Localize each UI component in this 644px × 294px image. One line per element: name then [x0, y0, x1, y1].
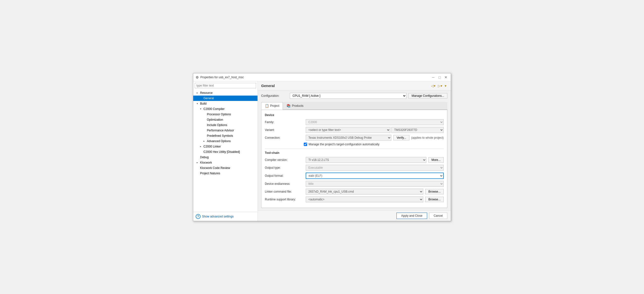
panel-box: Device Family: C2000 Variant: <sele — [261, 110, 447, 208]
sidebar-item-label: Predefined Symbols — [207, 134, 233, 137]
minimize-button[interactable]: ─ — [431, 75, 436, 80]
tree: Resource General Build — [193, 90, 258, 212]
sidebar-item-klocwork[interactable]: Klocwork — [193, 160, 258, 165]
more-button[interactable]: More... — [428, 157, 444, 163]
page-title: General — [261, 84, 275, 88]
main-content: Configuration: CPU1_RAM [ Active ] Manag… — [258, 90, 451, 210]
configuration-select[interactable]: CPU1_RAM [ Active ] — [290, 93, 406, 99]
products-tab-icon: 📚 — [286, 104, 290, 108]
tab-bar: 📋 Project 📚 Products — [261, 102, 447, 110]
sidebar-item-label: Debug — [200, 156, 208, 159]
runtime-lib-row: Runtime support library: <automatic> Bro… — [265, 197, 444, 202]
sidebar-item-processor-options[interactable]: Processor Options — [193, 112, 258, 117]
main-header: General ◁▾ ▷▾ ▾ — [258, 81, 451, 90]
sidebar-item-advanced-options[interactable]: Advanced Options — [193, 138, 258, 144]
linker-cmd-row: Linker command file: 2837xD_RAM_lnk_cpu1… — [265, 189, 444, 195]
verify-button[interactable]: Verify... — [393, 135, 409, 140]
main-window: ⚙ Properties for usb_ex7_host_msc ─ □ ✕ … — [193, 73, 451, 221]
output-format-row: Output format: eabi (ELF) — [265, 173, 444, 179]
title-bar: ⚙ Properties for usb_ex7_host_msc ─ □ ✕ — [193, 73, 451, 81]
variant-value-select[interactable]: TMS320F28377D — [391, 127, 444, 133]
output-type-select[interactable]: Executable — [306, 165, 444, 171]
connection-select[interactable]: Texas Instruments XDS100v2 USB Debug Pro… — [306, 135, 391, 141]
sidebar-item-project-natures[interactable]: Project Natures — [193, 171, 258, 176]
title-bar-left: ⚙ Properties for usb_ex7_host_msc — [196, 75, 244, 79]
sidebar-item-label: C2000 Hex Utility [Disabled] — [204, 150, 240, 154]
manage-configurations-button[interactable]: Manage Configurations... — [408, 93, 447, 98]
arrow-c2000-linker — [200, 145, 204, 148]
back-button[interactable]: ◁▾ — [430, 83, 436, 88]
sidebar-item-optimization[interactable]: Optimization — [193, 117, 258, 122]
output-type-row: Output type: Executable — [265, 165, 444, 171]
bottom-bar: Apply and Close Cancel — [258, 210, 451, 221]
variant-filter-select[interactable]: <select or type filter text> — [306, 127, 390, 133]
title-bar-controls: ─ □ ✕ — [431, 75, 448, 80]
sidebar-item-label: Build — [200, 102, 207, 105]
maximize-button[interactable]: □ — [437, 75, 442, 80]
arrow-c2000-compiler — [200, 107, 204, 110]
filter-input[interactable] — [195, 83, 256, 88]
sidebar-item-klocwork-code-review[interactable]: Klocwork Code Review — [193, 165, 258, 171]
compiler-version-select[interactable]: TI v18.12.2.LTS — [306, 157, 426, 163]
menu-button[interactable]: ▾ — [444, 83, 447, 88]
window-icon: ⚙ — [196, 75, 199, 79]
manage-target-row: Manage the project's target-configuratio… — [304, 142, 444, 146]
sidebar-item-label: Performance Advisor — [207, 129, 234, 132]
tab-project[interactable]: 📋 Project — [261, 102, 283, 110]
help-icon[interactable]: ? — [196, 214, 200, 219]
device-endianness-label: Device endianness: — [265, 182, 304, 186]
sidebar-item-label: Include Options — [207, 123, 227, 127]
sidebar-item-c2000-compiler[interactable]: C2000 Compiler — [193, 106, 258, 112]
apply-and-close-button[interactable]: Apply and Close — [396, 213, 427, 219]
sidebar: Resource General Build — [193, 81, 258, 221]
sidebar-item-debug[interactable]: Debug — [193, 155, 258, 160]
browse-linker-button[interactable]: Browse... — [425, 189, 444, 194]
browse-runtime-button[interactable]: Browse... — [425, 197, 444, 202]
connection-label: Connection: — [265, 136, 304, 139]
sidebar-item-c2000-linker[interactable]: C2000 Linker — [193, 144, 258, 149]
sidebar-item-build[interactable]: Build — [193, 101, 258, 106]
show-advanced-settings-link[interactable]: Show advanced settings — [202, 215, 234, 218]
content-area: Resource General Build — [193, 81, 451, 221]
family-select[interactable]: C2000 — [306, 119, 444, 125]
sidebar-item-label: C2000 Compiler — [204, 107, 225, 111]
family-label: Family: — [265, 120, 304, 124]
sidebar-item-label: Processor Options — [207, 113, 231, 116]
device-endianness-select[interactable]: little — [306, 181, 444, 187]
sidebar-item-performance-advisor[interactable]: Performance Advisor — [193, 128, 258, 133]
forward-button[interactable]: ▷▾ — [437, 83, 443, 88]
sidebar-item-label: Optimization — [207, 118, 223, 121]
main-panel: General ◁▾ ▷▾ ▾ Configuration: CPU1_RAM … — [258, 81, 451, 221]
manage-target-checkbox[interactable] — [304, 142, 307, 146]
cancel-button[interactable]: Cancel — [429, 213, 447, 219]
runtime-lib-label: Runtime support library: — [265, 198, 304, 201]
sidebar-item-label: Project Natures — [200, 172, 220, 175]
linker-cmd-label: Linker command file: — [265, 190, 304, 193]
project-tab-icon: 📋 — [265, 104, 269, 108]
sidebar-bottom: ? Show advanced settings — [193, 212, 258, 221]
connection-row: Connection: Texas Instruments XDS100v2 U… — [265, 135, 444, 141]
linker-cmd-select[interactable]: 2837xD_RAM_lnk_cpu1_USB.cmd — [306, 189, 423, 195]
close-button[interactable]: ✕ — [444, 75, 448, 80]
sidebar-item-general[interactable]: General — [193, 96, 258, 101]
variant-selects: <select or type filter text> TMS320F2837… — [306, 127, 444, 133]
output-format-label: Output format: — [265, 174, 304, 178]
sidebar-item-label: Resource — [200, 91, 212, 95]
device-section-title: Device — [265, 113, 444, 117]
arrow-klocwork — [197, 161, 200, 164]
tab-products[interactable]: 📚 Products — [283, 102, 307, 109]
divider — [265, 149, 444, 149]
sidebar-item-include-options[interactable]: Include Options — [193, 122, 258, 128]
compiler-version-row: Compiler version: TI v18.12.2.LTS More..… — [265, 157, 444, 163]
arrow-build — [197, 102, 200, 105]
variant-row: Variant: <select or type filter text> TM… — [265, 127, 444, 133]
sidebar-item-predefined-symbols[interactable]: Predefined Symbols — [193, 133, 258, 138]
sidebar-item-resource[interactable]: Resource — [193, 90, 258, 96]
manage-target-label: Manage the project's target-configuratio… — [308, 142, 380, 146]
runtime-lib-select[interactable]: <automatic> — [306, 197, 423, 202]
output-format-select[interactable]: eabi (ELF) — [306, 173, 444, 179]
arrow-advanced-options — [204, 140, 207, 142]
sidebar-item-c2000-hex-utility[interactable]: C2000 Hex Utility [Disabled] — [193, 149, 258, 155]
configuration-row: Configuration: CPU1_RAM [ Active ] Manag… — [261, 93, 447, 99]
configuration-label: Configuration: — [261, 94, 288, 97]
